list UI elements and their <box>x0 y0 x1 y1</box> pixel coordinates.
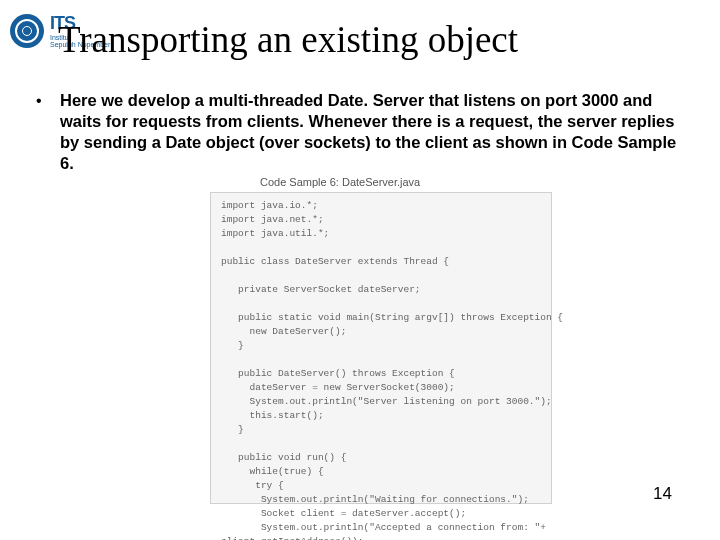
code-content: import java.io.*; import java.net.*; imp… <box>211 193 551 540</box>
code-sample-block: import java.io.*; import java.net.*; imp… <box>210 192 552 504</box>
bullet-text: Here we develop a multi-threaded Date. S… <box>60 90 680 174</box>
bullet-row: • Here we develop a multi-threaded Date.… <box>36 90 680 174</box>
slide-title: Transporting an existing object <box>58 18 518 61</box>
page-number: 14 <box>653 484 672 504</box>
its-seal-icon <box>10 14 44 48</box>
bullet-marker: • <box>36 90 60 112</box>
body-content: • Here we develop a multi-threaded Date.… <box>36 90 680 174</box>
code-caption: Code Sample 6: DateServer.java <box>260 176 420 188</box>
